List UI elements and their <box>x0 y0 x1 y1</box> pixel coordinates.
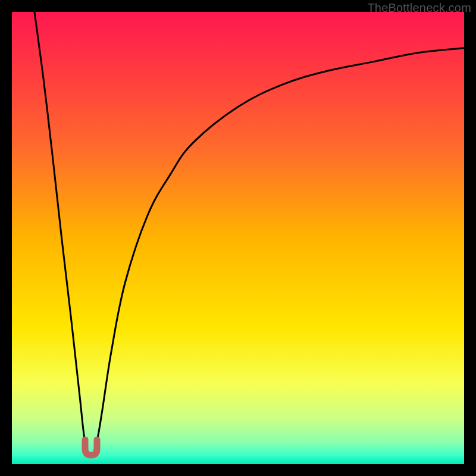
curve-left-branch <box>35 12 89 455</box>
chart-frame: TheBottleneck.com <box>0 0 476 476</box>
plot-area <box>12 12 464 464</box>
attribution-text: TheBottleneck.com <box>367 1 471 15</box>
curve-right-branch <box>93 48 464 455</box>
cup-marker <box>85 440 97 455</box>
bottleneck-curves <box>12 12 464 464</box>
